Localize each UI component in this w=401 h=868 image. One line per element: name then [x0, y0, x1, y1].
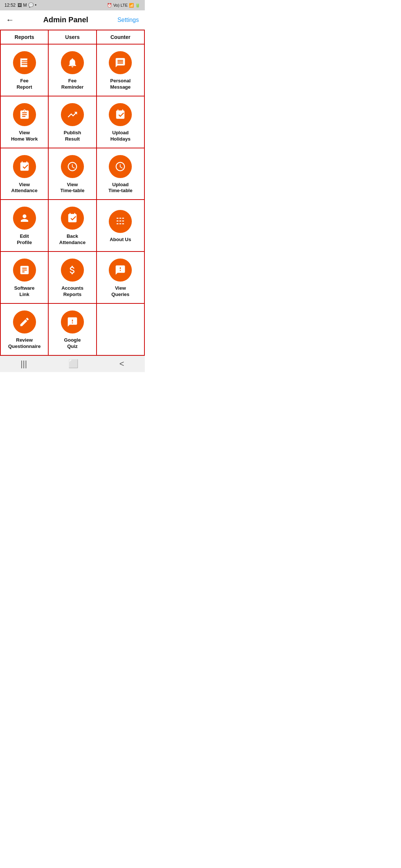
grid-item-upload-holidays[interactable]: Upload Holidays	[97, 96, 145, 148]
person-icon	[13, 207, 36, 230]
grid-item-personal-message[interactable]: Personal Message	[97, 45, 145, 96]
grid-item-fee-report[interactable]: Fee Report	[1, 45, 49, 96]
grid-item-review-questionnaire[interactable]: Review Questionnaire	[1, 304, 49, 356]
grid-label-edit-profile: Edit Profile	[17, 233, 32, 246]
calendar-check-icon	[109, 103, 132, 126]
grid-label-about-us: About Us	[110, 237, 131, 243]
header: ← Admin Panel Settings	[0, 10, 145, 30]
grid-label-view-queries: View Queries	[111, 285, 129, 298]
grid-label-personal-message: Personal Message	[110, 78, 131, 91]
grid-label-view-home-work: View Home Work	[11, 130, 38, 142]
clock-icon	[61, 155, 84, 178]
grid-item-publish-result[interactable]: Publish Result	[49, 96, 97, 148]
nav-back-icon[interactable]: <	[120, 359, 124, 369]
grid-item-view-timetable[interactable]: View Time-table	[49, 148, 97, 200]
dollar-icon	[61, 259, 84, 282]
time: 12:52	[4, 3, 16, 8]
grid-icon	[109, 210, 132, 233]
grid-item-fee-reminder[interactable]: Fee Reminder	[49, 45, 97, 96]
quiz-icon	[61, 310, 84, 333]
grid-item-back-attendance[interactable]: Back Attendance	[49, 200, 97, 252]
receipt-icon	[13, 51, 36, 74]
grid-item-software-link[interactable]: Software Link	[1, 252, 49, 304]
back-button[interactable]: ←	[6, 15, 14, 25]
grid-item-accounts-reports[interactable]: Accounts Reports	[49, 252, 97, 304]
grid-item-view-attendance[interactable]: View Attendance	[1, 148, 49, 200]
grid-label-view-timetable: View Time-table	[61, 182, 85, 194]
tab-reports[interactable]: Reports	[1, 30, 49, 44]
grid-item-upload-timetable[interactable]: Upload Time-table	[97, 148, 145, 200]
status-time: 12:52 🖼 M 💬 •	[4, 3, 36, 8]
nav-menu-icon[interactable]: |||	[20, 359, 27, 369]
trending-up-icon	[61, 103, 84, 126]
admin-grid: Fee ReportFee ReminderPersonal MessageVi…	[0, 45, 145, 356]
grid-label-review-questionnaire: Review Questionnaire	[8, 337, 40, 350]
grid-label-accounts-reports: Accounts Reports	[61, 285, 83, 298]
tab-counter[interactable]: Counter	[97, 30, 145, 44]
clock-upload-icon	[109, 155, 132, 178]
grid-label-back-attendance: Back Attendance	[59, 233, 86, 246]
grid-label-upload-holidays: Upload Holidays	[110, 130, 130, 142]
nav-home-icon[interactable]: ⬜	[68, 359, 78, 369]
tab-row: Reports Users Counter	[0, 30, 145, 45]
review-icon	[13, 310, 36, 333]
tab-users[interactable]: Users	[49, 30, 97, 44]
navigation-bar: ||| ⬜ <	[0, 356, 145, 372]
status-right-icons: ⏰ Vo) LTE 📶 🔋	[107, 3, 140, 8]
query-icon	[109, 259, 132, 282]
software-icon	[13, 259, 36, 282]
grid-label-fee-reminder: Fee Reminder	[61, 78, 84, 91]
notification-icons: 🖼 M 💬 •	[17, 3, 36, 8]
grid-label-fee-report: Fee Report	[17, 78, 32, 91]
grid-label-google-quiz: Google Quiz	[64, 337, 81, 350]
grid-label-software-link: Software Link	[14, 285, 35, 298]
calendar-tick-icon	[13, 155, 36, 178]
settings-button[interactable]: Settings	[117, 17, 139, 23]
grid-item-view-home-work[interactable]: View Home Work	[1, 96, 49, 148]
grid-item-google-quiz[interactable]: Google Quiz	[49, 304, 97, 356]
grid-label-publish-result: Publish Result	[64, 130, 81, 142]
bell-icon	[61, 51, 84, 74]
page-title: Admin Panel	[43, 16, 88, 24]
clipboard-icon	[13, 103, 36, 126]
grid-label-view-attendance: View Attendance	[11, 182, 38, 194]
grid-item-about-us[interactable]: About Us	[97, 200, 145, 252]
calendar-back-icon	[61, 207, 84, 230]
grid-label-upload-timetable: Upload Time-table	[108, 182, 133, 194]
empty-cell	[97, 304, 145, 356]
chat-icon	[109, 51, 132, 74]
grid-item-edit-profile[interactable]: Edit Profile	[1, 200, 49, 252]
grid-item-view-queries[interactable]: View Queries	[97, 252, 145, 304]
status-bar: 12:52 🖼 M 💬 • ⏰ Vo) LTE 📶 🔋	[0, 0, 145, 10]
